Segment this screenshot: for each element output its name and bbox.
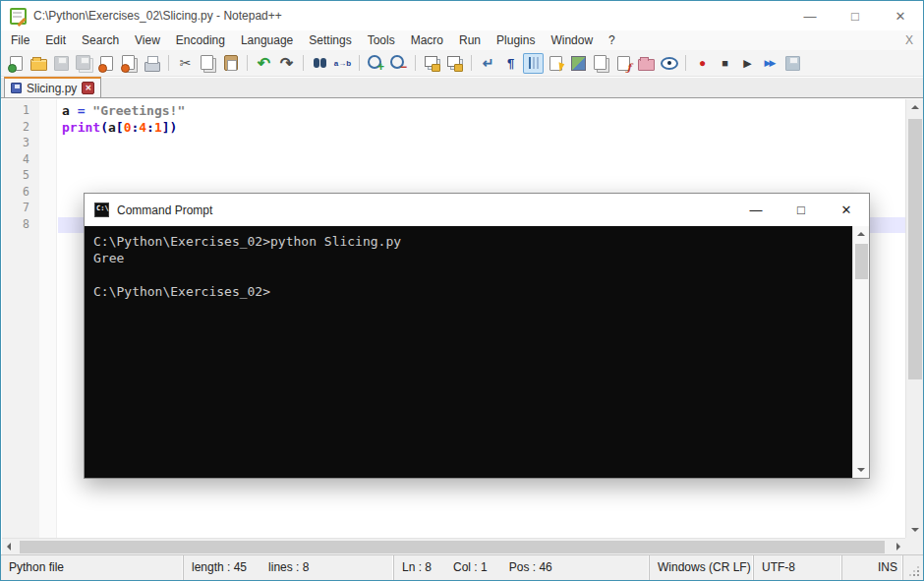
line-number: 2 xyxy=(2,120,33,137)
notepadpp-icon xyxy=(10,8,27,25)
scrollbar-corner xyxy=(905,538,923,554)
open-file-icon[interactable] xyxy=(29,53,49,74)
menu-window[interactable]: Window xyxy=(543,30,601,50)
line-number: 8 xyxy=(2,217,33,234)
maximize-button[interactable]: □ xyxy=(833,1,878,30)
show-indent-guide-icon[interactable] xyxy=(523,53,544,74)
menu-help[interactable]: ? xyxy=(601,30,623,50)
close-button[interactable]: ✕ xyxy=(878,1,923,30)
redo-icon[interactable] xyxy=(276,53,297,74)
find-icon[interactable] xyxy=(310,53,330,74)
sync-vertical-scroll-icon[interactable] xyxy=(422,53,442,74)
menu-language[interactable]: Language xyxy=(233,30,301,50)
menu-file[interactable]: File xyxy=(3,30,37,50)
menu-search[interactable]: Search xyxy=(74,30,127,50)
macro-record-icon[interactable] xyxy=(692,53,713,74)
line-number: 4 xyxy=(2,152,33,169)
menu-settings[interactable]: Settings xyxy=(301,30,359,50)
console-scroll-down-icon[interactable] xyxy=(857,468,865,472)
macro-stop-icon[interactable] xyxy=(715,53,735,74)
word-wrap-icon[interactable] xyxy=(478,53,498,74)
line-number-gutter[interactable]: 12345678 xyxy=(2,99,39,538)
notepadpp-window: C:\Python\Exercises_02\Slicing.py - Note… xyxy=(0,0,924,581)
console-vertical-scrollbar[interactable] xyxy=(852,226,869,478)
editor-vertical-scrollbar[interactable] xyxy=(905,99,923,538)
macro-run-multiple-icon[interactable] xyxy=(760,53,780,74)
toolbar-separator xyxy=(303,55,304,71)
status-doc-type: Python file xyxy=(1,555,184,580)
document-map-icon[interactable] xyxy=(568,53,589,74)
line-numbers: 12345678 xyxy=(2,103,33,233)
saved-file-icon xyxy=(11,83,22,93)
code-line-2: print(a[0:4:1]) xyxy=(62,120,177,137)
cmd-close-button[interactable]: ✕ xyxy=(824,194,869,226)
scroll-left-icon[interactable] xyxy=(7,543,11,551)
copy-icon[interactable] xyxy=(198,53,218,74)
status-length: length : 45 xyxy=(192,560,247,574)
console-scroll-up-icon[interactable] xyxy=(857,232,865,236)
status-cursor-position: Ln : 8Col : 1Pos : 46 xyxy=(394,555,650,580)
define-language-icon[interactable] xyxy=(546,53,566,74)
toolbar-separator xyxy=(471,55,472,71)
menu-plugins[interactable]: Plugins xyxy=(489,30,543,50)
cmd-minimize-button[interactable]: — xyxy=(733,194,779,226)
zoom-in-icon[interactable] xyxy=(366,53,386,74)
menu-run[interactable]: Run xyxy=(451,30,489,50)
cut-icon[interactable] xyxy=(175,53,196,74)
monitoring-icon[interactable] xyxy=(659,53,679,74)
line-number: 5 xyxy=(2,168,33,185)
editor-horizontal-scrollbar[interactable] xyxy=(2,538,905,554)
tab-label: Slicing.py xyxy=(27,82,77,95)
save-icon[interactable] xyxy=(51,53,72,74)
undo-icon[interactable] xyxy=(254,53,274,74)
console-line: Gree xyxy=(93,251,852,267)
save-all-icon[interactable] xyxy=(74,53,94,74)
status-column: Col : 1 xyxy=(453,560,488,574)
new-file-icon[interactable] xyxy=(6,53,27,74)
print-icon[interactable] xyxy=(142,53,162,74)
tab-close-icon[interactable]: ✕ xyxy=(82,82,94,94)
menu-macro[interactable]: Macro xyxy=(403,30,451,50)
line-number: 3 xyxy=(2,136,33,152)
horizontal-scrollbar-thumb[interactable] xyxy=(20,541,885,553)
console-output[interactable]: C:\Python\Exercises_02>python Slicing.py… xyxy=(85,226,869,478)
menu-view[interactable]: View xyxy=(127,30,168,50)
line-number: 1 xyxy=(2,103,33,120)
console-line xyxy=(93,267,852,284)
paste-icon[interactable] xyxy=(220,53,241,74)
tab-slicing-py[interactable]: Slicing.py ✕ xyxy=(4,77,101,97)
menu-encoding[interactable]: Encoding xyxy=(168,30,233,50)
close-all-icon[interactable] xyxy=(119,53,140,74)
console-lines: C:\Python\Exercises_02>python Slicing.py… xyxy=(85,226,852,478)
folder-as-workspace-icon[interactable] xyxy=(636,53,657,74)
close-file-icon[interactable] xyxy=(96,53,117,74)
status-line: Ln : 8 xyxy=(402,560,432,574)
fold-margin[interactable] xyxy=(39,99,57,538)
menu-tools[interactable]: Tools xyxy=(360,30,403,50)
vertical-scrollbar-thumb[interactable] xyxy=(908,119,922,379)
console-scrollbar-thumb[interactable] xyxy=(855,244,868,279)
cmd-maximize-button[interactable]: □ xyxy=(779,194,824,226)
menu-edit[interactable]: Edit xyxy=(37,30,74,50)
resize-grip[interactable] xyxy=(903,555,923,580)
zoom-out-icon[interactable] xyxy=(388,53,409,74)
function-list-icon[interactable] xyxy=(613,53,634,74)
status-eol-format: Windows (CR LF) xyxy=(650,555,754,580)
show-all-characters-icon[interactable] xyxy=(500,53,521,74)
scroll-up-icon[interactable] xyxy=(911,105,919,109)
scroll-right-icon[interactable] xyxy=(896,543,900,551)
macro-play-icon[interactable] xyxy=(737,53,758,74)
sync-horizontal-scroll-icon[interactable] xyxy=(444,53,465,74)
toolbar xyxy=(1,50,923,77)
macro-save-icon[interactable] xyxy=(782,53,803,74)
status-insert-mode[interactable]: INS xyxy=(842,555,903,580)
document-list-icon[interactable] xyxy=(591,53,611,74)
status-bar: Python file length : 45lines : 8 Ln : 8C… xyxy=(1,554,923,580)
minimize-button[interactable]: — xyxy=(787,1,833,30)
command-prompt-title-bar[interactable]: Command Prompt —□✕ xyxy=(85,194,869,226)
title-bar[interactable]: C:\Python\Exercises_02\Slicing.py - Note… xyxy=(1,1,923,30)
scroll-down-icon[interactable] xyxy=(911,528,919,532)
toolbar-separator xyxy=(359,55,360,71)
document-close-icon[interactable]: X xyxy=(905,33,913,47)
replace-icon[interactable] xyxy=(332,53,353,74)
